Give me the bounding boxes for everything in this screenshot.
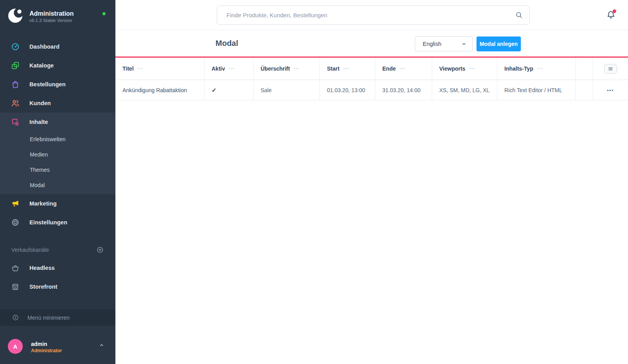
app-version: v6.1.3 Stable Version (29, 18, 72, 23)
column-header-titel[interactable]: Titel••• (115, 58, 204, 80)
minimize-menu-label: Menü minimieren (27, 315, 69, 321)
column-context-icon[interactable]: ••• (400, 67, 405, 71)
data-grid: Titel••• Aktiv••• Überschrift••• Start••… (115, 58, 628, 100)
marketing-icon (11, 199, 20, 208)
language-select-value: English (423, 41, 442, 47)
avatar: A (8, 339, 23, 354)
sidebar-item-label: Storefront (29, 284, 57, 290)
sidebar-item-label: Inhalte (29, 119, 48, 125)
sidebar-subitem-erlebniswelten[interactable]: Erlebniswelten (0, 131, 115, 147)
gear-icon (11, 218, 20, 227)
column-context-icon[interactable]: ••• (294, 67, 300, 71)
row-context-menu-button[interactable]: ••• (607, 88, 614, 93)
sidebar-item-label: Einstellungen (29, 219, 67, 226)
sidebar-nav: Dashboard Kataloge Bestellungen Kunden (0, 37, 115, 296)
sidebar-item-headless[interactable]: Headless (0, 258, 115, 277)
grid-settings-button[interactable] (604, 64, 617, 74)
search-icon[interactable] (515, 11, 523, 19)
sidebar-group-content: Inhalte Erlebniswelten Medien Themes Mod… (0, 113, 115, 194)
sidebar-item-customers[interactable]: Kunden (0, 94, 115, 113)
column-context-icon[interactable]: ••• (469, 67, 475, 71)
sales-channels-label: Verkaufskanäle (11, 247, 49, 253)
table-row: Ankündigung Rabattaktion ✓ Sale 01.03.20… (115, 80, 628, 100)
sales-channels-heading: Verkaufskanäle (0, 241, 115, 258)
column-context-icon[interactable]: ••• (138, 67, 144, 71)
column-context-icon[interactable]: ••• (229, 67, 235, 71)
column-header-aktiv[interactable]: Aktiv••• (204, 58, 254, 80)
language-select[interactable]: English (415, 36, 473, 51)
cell-start: 01.03.20, 13:00 (320, 80, 375, 100)
sidebar-item-orders[interactable]: Bestellungen (0, 75, 115, 94)
user-menu[interactable]: A admin Administrator (0, 326, 115, 364)
storefront-icon (11, 282, 20, 291)
cell-inhalts-typ: Rich Text Editor / HTML (497, 80, 576, 100)
sidebar-item-catalogues[interactable]: Kataloge (0, 56, 115, 75)
sidebar-item-label: Dashboard (29, 44, 60, 50)
topbar (115, 0, 628, 30)
column-header-actions (593, 58, 628, 80)
catalogues-icon (11, 61, 20, 70)
user-role: Administrator (31, 348, 62, 353)
minimize-menu-button[interactable]: Menü minimieren (0, 309, 115, 326)
user-name: admin (31, 341, 47, 347)
column-header-viewports[interactable]: Viewports••• (432, 58, 497, 80)
chevron-down-icon (461, 41, 467, 47)
sidebar-item-content[interactable]: Inhalte (0, 113, 115, 131)
app-title: Administration (29, 10, 74, 17)
active-check-icon: ✓ (212, 87, 217, 94)
sidebar-item-storefront[interactable]: Storefront (0, 277, 115, 296)
search-input[interactable] (217, 5, 530, 25)
content-icon (11, 118, 20, 126)
sidebar-subitem-modal[interactable]: Modal (0, 177, 115, 193)
notification-dot (613, 9, 616, 13)
customers-icon (11, 99, 20, 107)
cell-ende: 31.03.20, 14:00 (375, 80, 432, 100)
sidebar-item-settings[interactable]: Einstellungen (0, 213, 115, 232)
sidebar-item-label: Bestellungen (29, 81, 66, 87)
sidebar-item-label: Kataloge (29, 62, 54, 69)
grid-header-row: Titel••• Aktiv••• Überschrift••• Start••… (115, 58, 628, 80)
sidebar-item-label: Kunden (29, 100, 51, 106)
sidebar-item-dashboard[interactable]: Dashboard (0, 37, 115, 56)
cell-titel: Ankündigung Rabattaktion (115, 80, 204, 100)
cell-viewports: XS, SM, MD, LG, XL (432, 80, 497, 100)
shopware-logo-icon (8, 8, 23, 23)
column-header-inhalts-typ[interactable]: Inhalts-Typ••• (497, 58, 576, 80)
add-sales-channel-icon[interactable] (97, 246, 104, 253)
orders-icon (11, 80, 20, 89)
sidebar-subitem-themes[interactable]: Themes (0, 162, 115, 177)
sidebar-header: Administration v6.1.3 Stable Version (0, 0, 115, 37)
column-header-spacer (576, 58, 593, 80)
column-header-start[interactable]: Start••• (320, 58, 375, 80)
sidebar-item-marketing[interactable]: Marketing (0, 194, 115, 213)
row-title-link[interactable]: Ankündigung Rabattaktion (122, 87, 187, 93)
column-context-icon[interactable]: ••• (537, 67, 543, 71)
chevron-up-icon (99, 342, 104, 348)
smart-bar: Modal English Modal anlegen (115, 30, 628, 58)
main-content: Modal English Modal anlegen Titel••• Akt… (115, 0, 628, 364)
column-header-ende[interactable]: Ende••• (375, 58, 432, 80)
sidebar: Administration v6.1.3 Stable Version Das… (0, 0, 115, 364)
cell-spacer (576, 80, 593, 100)
basket-icon (11, 264, 20, 272)
status-dot (102, 12, 106, 15)
column-context-icon[interactable]: ••• (343, 67, 349, 71)
create-modal-button[interactable]: Modal anlegen (476, 36, 521, 51)
column-header-ueberschrift[interactable]: Überschrift••• (254, 58, 320, 80)
dashboard-icon (11, 42, 20, 51)
sidebar-item-label: Marketing (29, 200, 57, 207)
page-title: Modal (215, 39, 238, 48)
collapse-circle-icon (12, 314, 19, 321)
hamburger-icon (608, 66, 613, 72)
sidebar-subitem-medien[interactable]: Medien (0, 147, 115, 162)
sidebar-item-label: Headless (29, 265, 55, 271)
cell-actions: ••• (593, 80, 628, 100)
cell-aktiv: ✓ (204, 80, 254, 100)
cell-ueberschrift: Sale (254, 80, 320, 100)
